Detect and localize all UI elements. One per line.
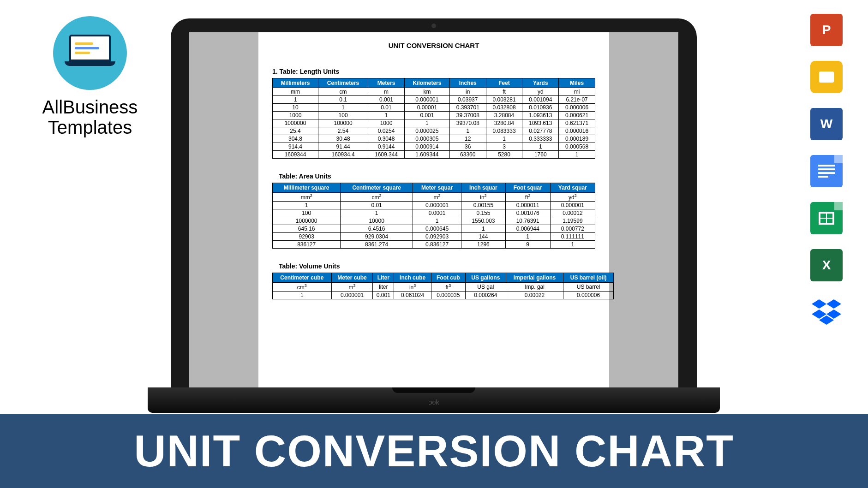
table-row: 914.491.440.91440.00091436310.000568 (273, 143, 595, 151)
table-header: Yard squar (550, 183, 595, 193)
google-sheets-icon[interactable] (810, 202, 843, 234)
table-row: 10.0000010.0010.0610240.0000350.0002640.… (273, 292, 614, 299)
table-cell: 25.4 (273, 127, 318, 135)
brand-line-2: Templates (48, 117, 132, 137)
table-cell: 929.0304 (341, 233, 413, 241)
table-cell: 0.00155 (461, 202, 505, 209)
table-cell: 1 (341, 209, 413, 217)
table-cell: 1550.003 (461, 217, 505, 225)
table-cell: 39.37008 (449, 112, 486, 119)
table-unit-cell: in3 (394, 283, 431, 292)
laptop-base: ɔok (148, 387, 720, 413)
table-header: Millimeters (273, 78, 318, 88)
table-header: Kilometers (404, 78, 449, 88)
table-cell: 9 (505, 241, 550, 249)
table-cell: 1 (550, 241, 595, 249)
table-cell: 6.4516 (341, 225, 413, 233)
table-cell: 0.000016 (559, 127, 595, 135)
table-cell: 100 (273, 209, 341, 217)
table-cell: 836127 (273, 241, 341, 249)
table-cell: 0.010936 (522, 104, 559, 112)
table-cell: 0.000305 (404, 135, 449, 143)
table-header: Foot squar (505, 183, 550, 193)
banner-title: UNIT CONVERSION CHART (0, 414, 868, 488)
google-slides-icon[interactable] (810, 61, 843, 93)
table-cell: 30.48 (318, 135, 368, 143)
table-cell: 0.006944 (505, 225, 550, 233)
table-cell: 5280 (486, 151, 522, 159)
table-cell: 0.027778 (522, 127, 559, 135)
table-unit-cell: yd2 (550, 193, 595, 202)
table-cell: 10 (273, 104, 318, 112)
table-cell: 1 (559, 151, 595, 159)
table-cell: 0.393701 (449, 104, 486, 112)
table-cell: 0.00012 (550, 209, 595, 217)
area-section-label: Table: Area Units (279, 173, 595, 180)
word-icon[interactable]: W (810, 108, 843, 140)
table-cell: 1 (273, 96, 318, 104)
table-cell: 6.21e-07 (559, 96, 595, 104)
table-row: 1010.010.000010.3937010.0328080.0109360.… (273, 104, 595, 112)
table-header: Inch squar (461, 183, 505, 193)
volume-section-label: Table: Volume Units (279, 262, 595, 270)
dropbox-icon[interactable] (810, 296, 843, 328)
brand-logo-block: AllBusiness Templates (25, 16, 155, 137)
table-cell: 1.093613 (522, 112, 559, 119)
table-cell: 0.01 (368, 104, 405, 112)
table-cell: 0.000006 (559, 104, 595, 112)
table-cell: 1609344 (273, 151, 318, 159)
table-cell: 63360 (449, 151, 486, 159)
table-cell: 1 (318, 104, 368, 112)
table-cell: 0.155 (461, 209, 505, 217)
excel-icon[interactable]: X (810, 249, 843, 281)
table-cell: 0.333333 (522, 135, 559, 143)
table-cell: 0.092903 (413, 233, 461, 241)
table-cell: 0.001 (404, 112, 449, 119)
table-cell: 0.000568 (559, 143, 595, 151)
table-header: Centimeter cube (273, 273, 332, 283)
table-header: Meter squar (413, 183, 461, 193)
document-page: UNIT CONVERSION CHART 1. Table: Length U… (258, 32, 609, 387)
google-docs-icon[interactable] (810, 155, 843, 187)
table-cell: 0.001 (368, 96, 405, 104)
table-cell: 1 (273, 202, 341, 209)
table-cell: 0.000006 (563, 292, 614, 299)
table-unit-cell: Imp. gal (506, 283, 563, 292)
table-cell: 0.836127 (413, 241, 461, 249)
table-cell: 0.3048 (368, 135, 405, 143)
table-row: 10010.00010.1550.0010760.00012 (273, 209, 595, 217)
table-cell: 0.03937 (449, 96, 486, 104)
table-header: US gallons (465, 273, 506, 283)
powerpoint-icon[interactable]: P (810, 14, 843, 46)
document-title: UNIT CONVERSION CHART (272, 42, 595, 49)
table-cell: 0.000621 (559, 112, 595, 119)
table-unit-cell: ft3 (431, 283, 465, 292)
table-row: 645.166.45160.00064510.0069440.000772 (273, 225, 595, 233)
table-cell: 100 (318, 112, 368, 119)
table-cell: 0.000645 (413, 225, 461, 233)
table-unit-cell: mm2 (273, 193, 341, 202)
table-unit-cell: mm (273, 88, 318, 96)
table-unit-cell: km (404, 88, 449, 96)
table-cell: 0.032808 (486, 104, 522, 112)
table-unit-cell: m3 (331, 283, 373, 292)
table-cell: 2.54 (318, 127, 368, 135)
table-cell: 0.000001 (404, 96, 449, 104)
table-cell: 0.061024 (394, 292, 431, 299)
table-cell: 160934.4 (318, 151, 368, 159)
table-cell: 0.003281 (486, 96, 522, 104)
table-cell: 0.000772 (550, 225, 595, 233)
table-header: US barrel (oil) (563, 273, 614, 283)
table-cell: 92903 (273, 233, 341, 241)
table-cell: 10.76391 (505, 217, 550, 225)
table-cell: 1 (522, 143, 559, 151)
table-cell: 0.001 (373, 292, 394, 299)
table-cell: 1000 (273, 112, 318, 119)
table-cell: 0.000001 (550, 202, 595, 209)
camera-icon (431, 24, 436, 28)
table-cell: 1 (273, 292, 332, 299)
table-cell: 1609.344 (368, 151, 405, 159)
table-row: 25.42.540.02540.00002510.0833330.0277780… (273, 127, 595, 135)
table-cell: 1.19599 (550, 217, 595, 225)
table-cell: 0.00001 (404, 104, 449, 112)
